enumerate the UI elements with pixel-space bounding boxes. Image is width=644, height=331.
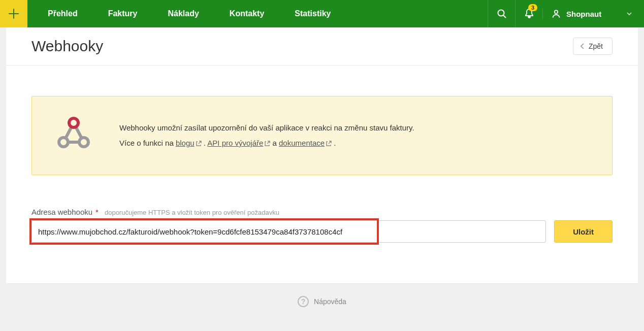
nav-item-kontakty[interactable]: Kontakty [230, 9, 264, 18]
link-blog-label: blogu [176, 139, 195, 147]
search-button[interactable] [488, 0, 515, 27]
link-api-label: API pro vývojáře [207, 139, 263, 147]
nav-item-prehled[interactable]: Přehled [48, 9, 78, 18]
nav-item-statistiky[interactable]: Statistiky [295, 9, 331, 18]
user-name: Shopnaut [566, 10, 601, 18]
svg-point-3 [59, 138, 68, 147]
user-icon [551, 9, 561, 19]
svg-point-2 [69, 118, 78, 127]
top-nav: Přehled Faktury Náklady Kontakty Statist… [0, 0, 644, 27]
help-footer[interactable]: ? Nápověda [6, 284, 638, 319]
required-mark: * [95, 208, 99, 216]
external-link-icon [326, 141, 332, 147]
link-blog[interactable]: blogu [176, 139, 202, 147]
nav-right: 3 Shopnaut [488, 0, 644, 27]
external-link-icon [264, 141, 270, 147]
info-line2-prefix: Více o funkci na [119, 139, 176, 147]
save-button[interactable]: Uložit [554, 220, 613, 243]
notifications-badge: 3 [528, 4, 537, 11]
back-button[interactable]: Zpět [573, 38, 613, 55]
page-title: Webhooky [31, 38, 103, 55]
info-sep2: a [273, 139, 279, 147]
nav-item-faktury[interactable]: Faktury [108, 9, 138, 18]
help-icon: ? [298, 296, 309, 307]
input-wrapper [31, 220, 546, 243]
link-api[interactable]: API pro vývojáře [207, 139, 270, 147]
page-header: Webhooky Zpět [6, 27, 638, 65]
add-button[interactable] [0, 0, 27, 27]
svg-point-0 [498, 10, 504, 16]
notifications-button[interactable]: 3 [515, 0, 542, 27]
info-text: Webhooky umožní zasílat upozornění do va… [119, 120, 414, 151]
svg-point-1 [555, 10, 558, 13]
webhook-form: Adresa webhooku * doporučujeme HTTPS a v… [31, 208, 613, 243]
link-docs[interactable]: dokumentace [279, 139, 332, 147]
info-sep3: . [334, 139, 336, 147]
webhook-url-label: Adresa webhooku [31, 208, 92, 216]
webhook-url-label-row: Adresa webhooku * doporučujeme HTTPS a v… [31, 208, 613, 216]
help-label: Nápověda [314, 297, 346, 306]
nav-item-naklady[interactable]: Náklady [168, 9, 199, 18]
plus-icon [8, 8, 19, 19]
chevron-down-icon [627, 12, 632, 15]
search-icon [497, 9, 507, 19]
chevron-left-icon [581, 43, 585, 49]
user-menu[interactable]: Shopnaut [542, 9, 644, 19]
back-button-label: Zpět [589, 42, 603, 50]
nav-items: Přehled Faktury Náklady Kontakty Statist… [27, 0, 488, 27]
info-box: Webhooky umožní zasílat upozornění do va… [31, 96, 613, 175]
webhook-url-hint: doporučujeme HTTPS a vložit token pro ov… [105, 209, 279, 216]
info-line1: Webhooky umožní zasílat upozornění do va… [119, 120, 414, 136]
external-link-icon [196, 141, 202, 147]
link-docs-label: dokumentace [279, 139, 325, 147]
webhook-url-input[interactable] [31, 220, 546, 243]
svg-point-4 [79, 138, 88, 147]
webhook-icon [53, 116, 94, 155]
input-row: Uložit [31, 220, 613, 243]
info-line2: Více o funkci na blogu . API pro vývojář… [119, 136, 414, 151]
content: Webhooky umožní zasílat upozornění do va… [6, 65, 638, 284]
